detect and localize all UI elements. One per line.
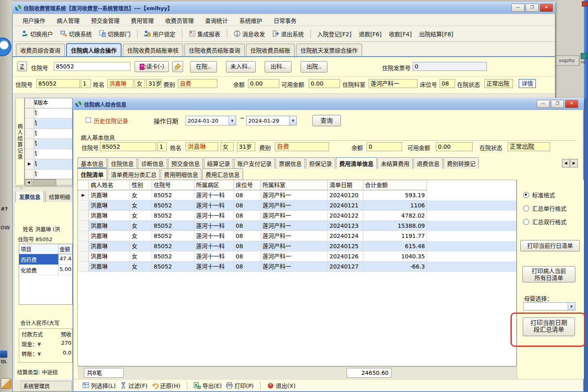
lp-tab-0[interactable]: 发票信息: [15, 192, 44, 202]
toolbar-switch-department[interactable]: 切换部门: [97, 29, 133, 39]
bottom-column-select[interactable]: 列选择(L): [82, 381, 116, 390]
toolbar-exit-system[interactable]: 退出系统: [270, 29, 306, 39]
menu-item-7[interactable]: 日常事务: [269, 15, 301, 26]
lp-grid-row[interactable]: ▶结: [25, 159, 72, 170]
available-field[interactable]: 0.00: [309, 79, 340, 88]
menu-item-4[interactable]: 收费员管理: [160, 15, 199, 26]
main-tab-1[interactable]: 住院病人综合操作: [66, 43, 122, 56]
dlg-tab-primary-0[interactable]: 基本信息: [77, 157, 107, 169]
detail-button[interactable]: 详情: [519, 79, 536, 88]
bottom-power[interactable]: 退出(X): [267, 381, 296, 390]
table-row[interactable]: 洪嘉琳女85052莲河十一科08莲河产科一202401211106: [78, 200, 516, 211]
table-row[interactable]: 洪嘉琳女85052莲河十一科08莲河产科一202401261040.35: [78, 251, 516, 262]
menu-item-3[interactable]: 费用管理: [126, 15, 159, 26]
dlg-available-field[interactable]: 0.00: [436, 142, 473, 151]
lp-grid-row[interactable]: 结: [25, 139, 72, 149]
table-row[interactable]: 洪嘉琳女85052莲河十一科08莲河产科一20240125615.48: [78, 241, 516, 251]
seq-field[interactable]: 1: [81, 79, 91, 88]
table-row[interactable]: ▶洪嘉琳女85052莲河十一科08莲河产科一20240120593.19: [78, 190, 516, 200]
dialog-minimize-icon[interactable]: —: [537, 100, 550, 108]
toolbar-switch-user[interactable]: 切换用户: [19, 29, 55, 39]
dlg-tab-primary-3[interactable]: 预交金信息: [168, 157, 203, 169]
name-field[interactable]: 洪嘉琳: [107, 79, 133, 88]
print-current-row-button[interactable]: 打印当前行日清单: [520, 240, 580, 251]
fee-row[interactable]: 西药费47.4: [19, 254, 72, 265]
menu-item-1[interactable]: 病人管理: [52, 15, 84, 26]
column-header-0[interactable]: 病人姓名: [89, 180, 130, 190]
dlg-seq-field[interactable]: 1: [157, 142, 167, 151]
dlg-tab-secondary-2[interactable]: 费用明细信息: [161, 168, 201, 180]
bottom-filter[interactable]: 过滤(F): [120, 381, 148, 390]
dlg-tab-secondary-3[interactable]: 费用汇总信息: [202, 168, 243, 180]
desktop-icon[interactable]: [0, 350, 7, 358]
lp-grid-row[interactable]: 结: [25, 108, 72, 119]
close-icon[interactable]: ✕: [540, 4, 553, 12]
z-button[interactable]: Z: [17, 62, 27, 71]
toolbar-shortcut[interactable]: 入院登记[F2]: [315, 29, 354, 39]
column-header-4[interactable]: 床位号: [234, 180, 261, 190]
toolbar-user-lock[interactable]: 用户锁定: [141, 29, 178, 39]
menu-item-2[interactable]: 预交金管理: [86, 15, 124, 26]
status-button-2[interactable]: 出科..: [265, 61, 292, 73]
scrollbar-thumb[interactable]: [33, 179, 56, 186]
toolbar-integrated-report[interactable]: 集成报表: [186, 29, 223, 39]
column-header-2[interactable]: 住院号: [152, 180, 195, 190]
dlg-tab-primary-9[interactable]: 未结算费用: [378, 157, 413, 169]
toolbar-shortcut[interactable]: 出院结算[F8]: [417, 29, 456, 39]
balance-field[interactable]: 0.00: [248, 79, 279, 88]
toolbar-shortcut[interactable]: 退款[F6]: [356, 29, 384, 39]
dlg-tab-primary-4[interactable]: 结算记录: [204, 157, 233, 169]
menu-item-5[interactable]: 查询统计: [200, 15, 233, 26]
menu-item-0[interactable]: 用户操作: [18, 15, 50, 26]
print-all-days-button[interactable]: 打印病人当前所有日清单: [522, 266, 575, 282]
date-to-select[interactable]: 2024-01-29▼: [246, 116, 297, 126]
fee-row[interactable]: 化验费5.00: [19, 265, 72, 275]
tab-scroll-left-icon[interactable]: ◀: [562, 159, 570, 167]
lp-grid-row[interactable]: 结: [25, 129, 72, 139]
dlg-tab-primary-10[interactable]: 退费信息: [413, 157, 443, 169]
dlg-tab-primary-7[interactable]: 担保记录: [306, 157, 335, 169]
toolbar-messages[interactable]: 消息收发: [231, 29, 267, 39]
dlg-balance-field[interactable]: 0: [367, 142, 402, 151]
status-button-1[interactable]: 未入科..: [226, 61, 256, 73]
bottom-export-excel[interactable]: 导出(E): [194, 381, 222, 390]
column-header-5[interactable]: 所属科室: [261, 180, 328, 190]
table-row[interactable]: 洪嘉琳女85052莲河十一科08莲河产科一202401241191.77: [78, 231, 516, 241]
column-header-6[interactable]: 清单日期: [328, 180, 363, 190]
admission-no-field[interactable]: 85052: [36, 79, 80, 88]
dlg-admission-field[interactable]: 85052: [100, 142, 156, 151]
dlg-fee-field[interactable]: 自费: [275, 142, 329, 151]
chevron-down-icon[interactable]: ▼: [228, 116, 236, 125]
dlg-tab-primary-5[interactable]: 账户支付记录: [234, 157, 275, 169]
status-button-0[interactable]: 在院..: [190, 61, 217, 73]
chevron-down-icon[interactable]: ▼: [568, 303, 575, 310]
dlg-tab-primary-8[interactable]: 费用清单信息: [336, 157, 377, 169]
main-titlebar[interactable]: 住院收费管理系统【莲河收费室--系统管理员】---【xmlhyy】 — ❐ ✕: [12, 2, 555, 14]
dept-field[interactable]: 莲河产科一: [369, 79, 418, 88]
clear-brush-button[interactable]: [172, 61, 183, 72]
lp-grid-row[interactable]: 结: [25, 119, 72, 129]
dlg-name-field[interactable]: 洪嘉琳: [186, 142, 218, 151]
radio-icon[interactable]: [523, 205, 529, 211]
dlg-tab-primary-6[interactable]: 票据信息: [276, 157, 305, 169]
table-row[interactable]: 洪嘉琳女85052莲河十一科08莲河产科一202401224782.02: [78, 211, 516, 221]
dlg-tab-primary-11[interactable]: 费别转换记: [444, 157, 479, 169]
lp-tab-1[interactable]: 结算明细: [45, 192, 73, 202]
age-field[interactable]: 31岁: [146, 79, 161, 88]
invoice-no-input[interactable]: 0: [413, 62, 487, 71]
chevron-down-icon[interactable]: ▼: [289, 116, 296, 125]
lp-grid-row[interactable]: 结: [25, 170, 72, 180]
main-tab-4[interactable]: 住院收费员结账: [246, 44, 295, 56]
dlg-status-field[interactable]: 正常出院: [508, 142, 550, 151]
splitter[interactable]: ^: [15, 186, 73, 191]
maximize-icon[interactable]: ❐: [526, 4, 539, 12]
dialog-titlebar[interactable]: 住院病人综合信息 — ❐ ✕: [73, 98, 584, 110]
column-header-7[interactable]: 合计金额: [363, 180, 427, 190]
column-header-3[interactable]: 所属病区: [195, 180, 234, 190]
read-card-button[interactable]: 读卡(-): [135, 61, 169, 72]
status-field[interactable]: 正常出院: [484, 79, 513, 88]
desktop-sq-icon[interactable]: [581, 53, 587, 59]
main-tab-2[interactable]: 住院收费员结账审核: [123, 44, 183, 56]
query-button[interactable]: 查询: [312, 115, 341, 126]
dialog-close-icon[interactable]: ✕: [565, 100, 578, 108]
